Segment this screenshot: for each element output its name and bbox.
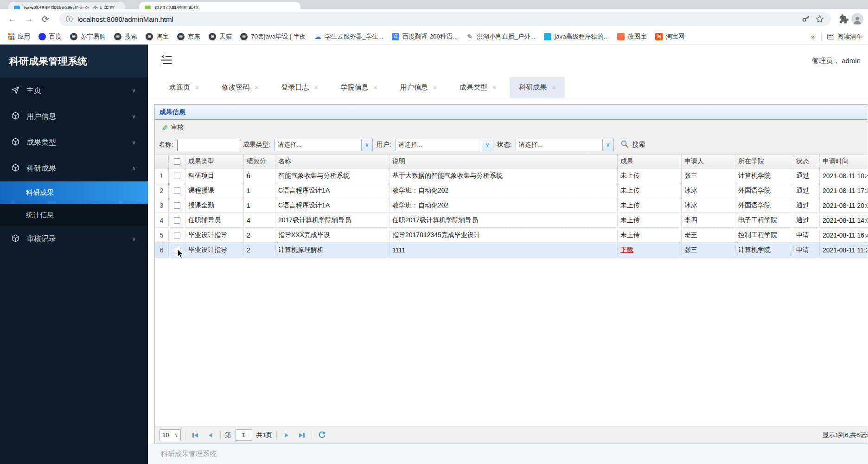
sidebar-item-用户信息[interactable]: 用户信息∨ [0,103,148,129]
page-size-select[interactable]: 10 ∨ [160,429,181,441]
tab-close-icon[interactable]: × [314,84,318,91]
reload-button[interactable]: ⟳ [38,12,53,26]
header-所在学院[interactable]: 所在学院 [735,155,793,168]
bookmarks-overflow-chevron[interactable]: » [807,32,818,40]
sidebar-item-审核记录[interactable]: 审核记录∨ [0,226,148,252]
search-magnifier-icon[interactable] [620,140,629,150]
sidebar-item-label: 审核记录 [26,234,56,244]
browser-chrome: java高级程序猿的数据大全_个人主页 科研成果管理系统 ← → ⟳ ⓘ loc… [0,0,868,45]
row-checkbox[interactable] [174,232,180,238]
tab-close-icon[interactable]: × [492,84,496,91]
chevron-up-icon: ∧ [132,165,136,172]
bookmark-item[interactable]: ⊕搜索 [110,31,141,42]
table-row[interactable]: 3授课全勤1C语言程序设计1A教学班：自动化202未上传冰冰外国语学院通过202… [155,198,868,213]
last-page-button[interactable] [296,430,307,441]
header-状态[interactable]: 状态 [793,155,820,168]
prev-page-button[interactable] [205,430,216,441]
header-说明[interactable]: 说明 [389,155,618,168]
header-名称[interactable]: 名称 [275,155,389,168]
sidebar-collapse-icon[interactable] [161,55,172,67]
sidebar-item-科研成果[interactable]: 科研成果∧ [0,155,148,181]
tab-close-icon[interactable]: × [552,84,555,91]
bookmark-item[interactable]: 应用 [4,31,34,42]
tab-科研成果[interactable]: 科研成果× [510,77,565,98]
row-checkbox[interactable] [174,247,180,253]
sidebar-item-主页[interactable]: 主页∨ [0,77,148,103]
row-checkbox[interactable] [174,202,180,209]
address-bar[interactable]: ⓘ localhost:8080/adminMain.html [59,12,831,26]
bookmark-item[interactable]: ⊕淘宝 [141,31,173,42]
sidebar-subitem-科研成果[interactable]: 科研成果 [0,181,148,204]
header-申请人[interactable]: 申请人 [682,155,735,168]
sidebar-subitem-统计信息[interactable]: 统计信息 [0,204,148,226]
header-成果类型[interactable]: 成果类型 [185,155,244,168]
tab-用户信息[interactable]: 用户信息× [391,77,446,98]
bookmark-item[interactable]: ☁学生云服务器_学生... [310,31,388,42]
row-checkbox-cell [169,198,185,213]
cell-result: 未上传 [618,213,682,227]
tab-成果类型[interactable]: 成果类型× [450,77,505,98]
table-row[interactable]: 5毕业设计指导2指导XXX完成毕设指导2017012345完成毕业设计未上传老王… [155,228,868,243]
browser-tab-2[interactable]: 科研成果管理系统 [139,2,300,9]
bookmark-item[interactable]: ⊕京东 [173,31,204,42]
logged-in-user[interactable]: 管理员， admin [812,57,861,65]
browser-tab-1[interactable]: java高级程序猿的数据大全_个人主页 [8,2,125,9]
chevron-down-icon[interactable]: ∨ [361,139,372,151]
bookmark-item[interactable]: ⊕70套java毕设 | 半夜 [236,31,310,42]
bookmark-item[interactable]: ✎洪湖小肖直播_户外... [462,31,540,42]
header-申请时间[interactable]: 申请时间 [820,155,868,168]
name-input[interactable] [177,139,239,151]
table-row[interactable]: 6毕业设计指导2计算机原理解析1111下载张三计算机学院申请2021-08-11… [155,243,868,258]
tab-修改密码[interactable]: 修改密码× [212,77,268,98]
next-page-button[interactable] [281,430,292,441]
user-select[interactable]: 请选择... ∨ [395,139,493,151]
first-page-button[interactable] [190,430,201,441]
table-row[interactable]: 1科研项目6智能气象收集与分析系统基于大数据的智能气象收集与分析系统未上传张三计… [155,168,868,183]
extensions-puzzle-icon[interactable] [837,13,849,25]
sidebar-item-label: 科研成果 [26,164,56,174]
bookmark-item[interactable]: 改图宝 [613,31,651,42]
type-select[interactable]: 请选择... ∨ [274,139,373,151]
main-area: 管理员， admin 欢迎页×修改密码×登录日志×学院信息×用户信息×成果类型×… [148,45,868,464]
tab-close-icon[interactable]: × [433,84,437,91]
grid-empty-space [155,258,868,426]
browser-toolbar: ← → ⟳ ⓘ localhost:8080/adminMain.html [0,9,868,29]
bookmark-item[interactable]: java高级程序猿的... [540,31,613,42]
tab-close-icon[interactable]: × [255,84,258,91]
bookmark-item[interactable]: ⊕苏宁易购 [66,31,110,42]
row-checkbox[interactable] [174,217,180,224]
app-title: 科研成果管理系统 [0,45,148,77]
search-button[interactable]: 搜索 [632,141,645,149]
download-link[interactable]: 下载 [620,246,633,254]
back-button[interactable]: ← [5,12,19,26]
forward-button[interactable]: → [21,12,36,26]
tab-登录日志[interactable]: 登录日志× [272,77,327,98]
sidebar-item-成果类型[interactable]: 成果类型∨ [0,129,148,155]
bookmark-item[interactable]: 淘淘宝网 [651,31,689,42]
table-row[interactable]: 4任职辅导员42017级计算机学院辅导员任职2017级计算机学院辅导员未上传李四… [155,213,868,228]
tab-学院信息[interactable]: 学院信息× [332,77,387,98]
tab-close-icon[interactable]: × [374,84,377,91]
chevron-down-icon[interactable]: ∨ [482,139,493,151]
info-icon[interactable]: ⓘ [66,15,73,24]
refresh-icon[interactable] [316,430,327,441]
password-key-icon[interactable] [801,14,811,24]
profile-avatar[interactable] [851,13,863,25]
bookmark-item[interactable]: 译百度翻译-200种语... [388,31,462,42]
header-成果[interactable]: 成果 [618,155,682,168]
row-checkbox[interactable] [174,187,180,194]
audit-button[interactable]: ✎ 审核 [155,120,868,135]
reading-list-button[interactable]: 阅读清单 [824,32,864,41]
bookmark-item[interactable]: ⊕天猫 [204,31,236,42]
status-select[interactable]: 请选择... ∨ [516,139,614,151]
tab-close-icon[interactable]: × [195,84,199,91]
header-绩效分[interactable]: 绩效分 [244,155,275,168]
row-checkbox[interactable] [174,173,180,179]
table-row[interactable]: 2课程授课1C语言程序设计1A教学班：自动化202未上传冰冰外国语学院通过202… [155,183,868,198]
bookmark-item[interactable]: 百度 [34,31,66,42]
bookmark-star-icon[interactable] [815,14,824,24]
tab-欢迎页[interactable]: 欢迎页× [160,77,208,98]
select-all-checkbox[interactable] [174,158,180,165]
chevron-down-icon[interactable]: ∨ [602,139,613,151]
page-number-input[interactable] [236,429,252,441]
